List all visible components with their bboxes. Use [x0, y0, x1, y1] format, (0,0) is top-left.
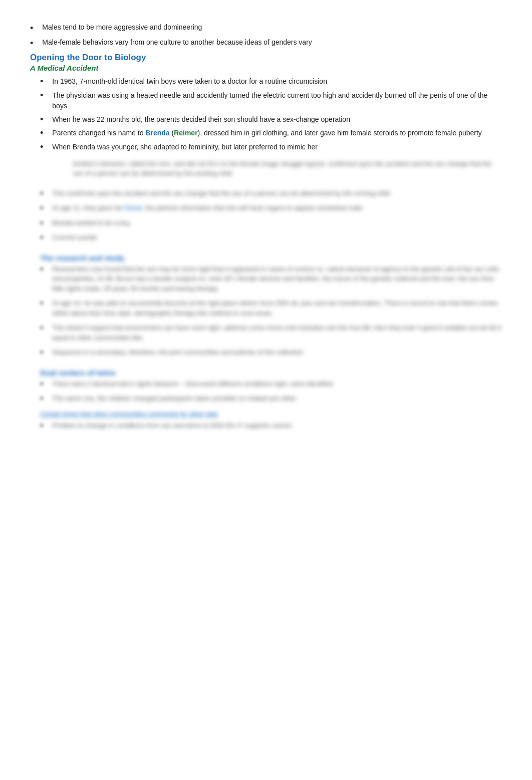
blurred-section3-title: Dual centers of twins: [40, 368, 116, 377]
list-item-blurred: • At age 11, they gave her David, the pa…: [40, 203, 502, 215]
list-item: • When he was 22 months old, the parents…: [40, 114, 502, 125]
list-item-blurred: • Problem to change in conditions from s…: [40, 421, 502, 433]
list-item-blurred: • Brenda wanted to be a boy: [40, 218, 502, 230]
bullet-icon: •: [40, 233, 43, 244]
bullet-icon: •: [30, 38, 33, 49]
bullet-2-text: The physician was using a heated needle …: [52, 90, 502, 111]
list-item-blurred: • This doesn't support that environment …: [40, 323, 502, 344]
bullet-icon: •: [40, 379, 43, 390]
bullet-icon: •: [40, 298, 43, 309]
bullet-icon: •: [40, 203, 43, 214]
list-item-blurred: brother's behavior, called him tom, and …: [40, 156, 502, 185]
highlight-reimer: Reimer: [174, 129, 197, 137]
blurred-research-2: At age 14, he was able to successfully b…: [52, 298, 502, 318]
blurred-link-text: Certain times that other communities com…: [40, 410, 218, 418]
blurred-final-text: Problem to change in conditions from sex…: [52, 421, 293, 431]
bullet-5-text: When Brenda was younger, she adapted to …: [52, 142, 318, 152]
list-item-blurred: • Researchers now found that the sex may…: [40, 264, 502, 296]
blurred-final-list: • Problem to change in conditions from s…: [40, 421, 502, 433]
blurred-section2-title: The research and study: [40, 254, 124, 262]
bullet-4-text: Parents changed his name to Brenda (Reim…: [52, 128, 482, 138]
blurred-research-4: Sequence in a secondary, therefore, the …: [52, 347, 303, 357]
bullet-icon: •: [40, 188, 43, 200]
list-item: • Parents changed his name to Brenda (Re…: [40, 128, 502, 139]
page-content: • Males tend to be more aggressive and d…: [30, 22, 502, 432]
bullet-1-text: In 1963, 7-month-old identical twin boys…: [52, 76, 327, 87]
list-item-blurred: • This confirmed upon the accident and t…: [40, 188, 502, 201]
list-item: • Male-female behaviors vary from one cu…: [30, 37, 502, 49]
list-item-blurred: • Commit suicide: [40, 233, 502, 245]
bullet-3-text: When he was 22 months old, the parents d…: [52, 114, 350, 125]
list-item: • When Brenda was younger, she adapted t…: [40, 142, 502, 153]
bullet-icon: •: [40, 394, 43, 405]
list-item: • In 1963, 7-month-old identical twin bo…: [40, 76, 502, 87]
list-item-blurred: • There were 2 identical twin's rights b…: [40, 379, 502, 391]
intro-bullet-1: Males tend to be more aggressive and dom…: [42, 22, 202, 33]
blurred-bullet-confirmed: This confirmed upon the accident and the…: [52, 188, 390, 199]
list-item: • The physician was using a heated needl…: [40, 90, 502, 111]
section-subtitle: A Medical Accident: [30, 64, 502, 72]
list-item-blurred: • At age 14, he was able to successfully…: [40, 298, 502, 320]
list-item: • Males tend to be more aggressive and d…: [30, 22, 502, 34]
list-item-blurred: • Sequence in a secondary, therefore, th…: [40, 347, 502, 359]
bullet-icon: •: [40, 76, 43, 87]
bullet-icon: •: [40, 218, 43, 229]
blurred-bullet-list-3: • There were 2 identical twin's rights b…: [40, 379, 502, 406]
section-title: Opening the Door to Biology: [30, 53, 502, 63]
blurred-bullet-list-2: • Researchers now found that the sex may…: [40, 264, 502, 359]
bullet-icon: •: [40, 128, 43, 139]
blurred-section-1: brother's behavior, called him tom, and …: [73, 159, 502, 180]
blurred-bullet-age11: At age 11, they gave her David, the pare…: [52, 203, 364, 213]
main-bullet-list: • In 1963, 7-month-old identical twin bo…: [40, 76, 502, 244]
list-item-blurred: • The same one, the children changed par…: [40, 394, 502, 406]
intro-bullet-list: • Males tend to be more aggressive and d…: [30, 22, 502, 49]
blurred-research-3: This doesn't support that environment ca…: [52, 323, 502, 342]
bullet-icon: •: [40, 90, 43, 101]
bullet-icon: •: [40, 114, 43, 125]
intro-bullet-2: Male-female behaviors vary from one cult…: [42, 37, 312, 48]
bullet-icon: •: [30, 23, 33, 34]
highlight-brenda: Brenda: [145, 129, 169, 137]
blurred-research-1: Researchers now found that the sex may b…: [52, 264, 502, 294]
blurred-twins-1: There were 2 identical twin's rights beh…: [52, 379, 334, 389]
bullet-icon: •: [40, 142, 43, 153]
bullet-icon: •: [40, 347, 43, 358]
blurred-bullet-suicide: Commit suicide: [52, 233, 97, 243]
bullet-icon: •: [40, 264, 43, 275]
bullet-icon: •: [40, 421, 43, 432]
blurred-text-1: brother's behavior, called him tom, and …: [73, 159, 502, 178]
blurred-bullet-brenda-wanted: Brenda wanted to be a boy: [52, 218, 130, 228]
bullet-icon: •: [40, 323, 43, 334]
blurred-twins-2: The same one, the children changed parti…: [52, 394, 297, 404]
